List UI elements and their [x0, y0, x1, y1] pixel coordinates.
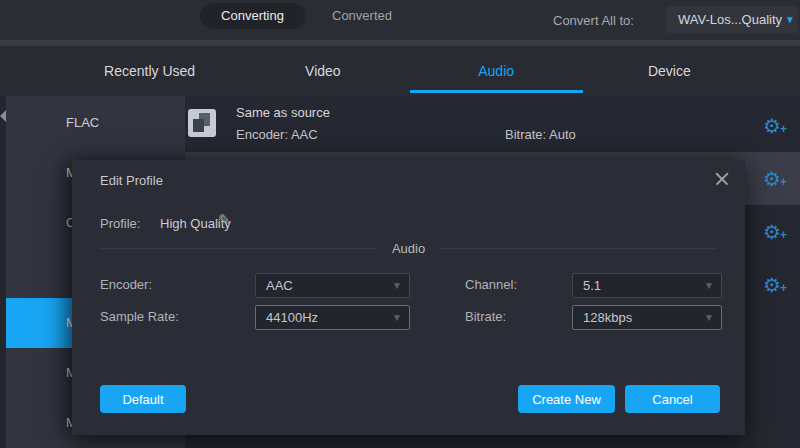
- tab-device[interactable]: Device: [583, 46, 756, 96]
- tab-audio-label: Audio: [478, 63, 514, 79]
- converter-app-window: Converting Converted Convert All to: WAV…: [0, 0, 800, 448]
- gear-settings-icon[interactable]: ⚙+: [760, 273, 784, 297]
- divider-line: [439, 248, 717, 249]
- tab-video[interactable]: Video: [236, 46, 409, 96]
- convert-all-label: Convert All to:: [553, 13, 634, 28]
- convert-all-dropdown[interactable]: WAV-Los...Quality ▼: [666, 6, 798, 33]
- chevron-down-icon: ▼: [704, 274, 714, 297]
- profile-field-label: Profile:: [100, 216, 140, 231]
- gear-settings-icon[interactable]: ⚙+: [760, 114, 784, 138]
- chevron-down-icon: ▼: [785, 6, 795, 33]
- sample-rate-value: 44100Hz: [266, 306, 318, 329]
- channel-value: 5.1: [583, 274, 601, 297]
- active-tab-underline: [410, 90, 583, 93]
- gear-settings-icon[interactable]: ⚙+: [760, 220, 784, 244]
- encoder-dropdown[interactable]: AAC ▼: [255, 273, 410, 298]
- sample-rate-label: Sample Rate:: [100, 309, 179, 324]
- dialog-title: Edit Profile: [100, 173, 163, 188]
- chevron-down-icon: ▼: [392, 306, 402, 329]
- edit-pencil-icon[interactable]: ✎: [218, 211, 231, 229]
- chevron-down-icon: ▼: [392, 274, 402, 297]
- profile-doc-icon: [188, 109, 216, 137]
- tab-converting[interactable]: Converting: [200, 3, 305, 29]
- profile-title: Same as source: [236, 105, 330, 120]
- gear-settings-icon[interactable]: ⚙+: [760, 167, 784, 191]
- convert-all-value: WAV-Los...Quality: [678, 6, 782, 33]
- divider-line: [100, 248, 378, 249]
- close-button[interactable]: [713, 170, 731, 188]
- cancel-button[interactable]: Cancel: [625, 385, 720, 413]
- profile-encoder: Encoder: AAC: [236, 127, 318, 142]
- sidebar-item-flac[interactable]: FLAC: [6, 98, 185, 148]
- tab-audio[interactable]: Audio: [410, 46, 583, 96]
- audio-section-divider: Audio: [100, 240, 717, 256]
- edit-profile-dialog: Edit Profile Profile: High Quality ✎ Aud…: [72, 160, 745, 435]
- default-button[interactable]: Default: [100, 385, 186, 413]
- create-new-button[interactable]: Create New: [518, 385, 615, 413]
- channel-label: Channel:: [465, 277, 517, 292]
- bitrate-label: Bitrate:: [465, 309, 506, 324]
- top-bar: Converting Converted Convert All to: WAV…: [0, 0, 800, 40]
- bitrate-value: 128kbps: [583, 306, 632, 329]
- profile-row-same-as-source[interactable]: Same as source Encoder: AAC Bitrate: Aut…: [185, 99, 800, 152]
- tab-converted[interactable]: Converted: [322, 3, 402, 29]
- encoder-value: AAC: [266, 274, 293, 297]
- tab-recently-used[interactable]: Recently Used: [63, 46, 236, 96]
- sample-rate-dropdown[interactable]: 44100Hz ▼: [255, 305, 410, 330]
- encoder-label: Encoder:: [100, 277, 152, 292]
- bitrate-dropdown[interactable]: 128kbps ▼: [572, 305, 722, 330]
- channel-dropdown[interactable]: 5.1 ▼: [572, 273, 722, 298]
- section-label: Audio: [378, 241, 439, 256]
- chevron-down-icon: ▼: [704, 306, 714, 329]
- profile-bitrate: Bitrate: Auto: [505, 127, 576, 142]
- category-tab-bar: Recently Used Video Audio Device: [0, 46, 800, 96]
